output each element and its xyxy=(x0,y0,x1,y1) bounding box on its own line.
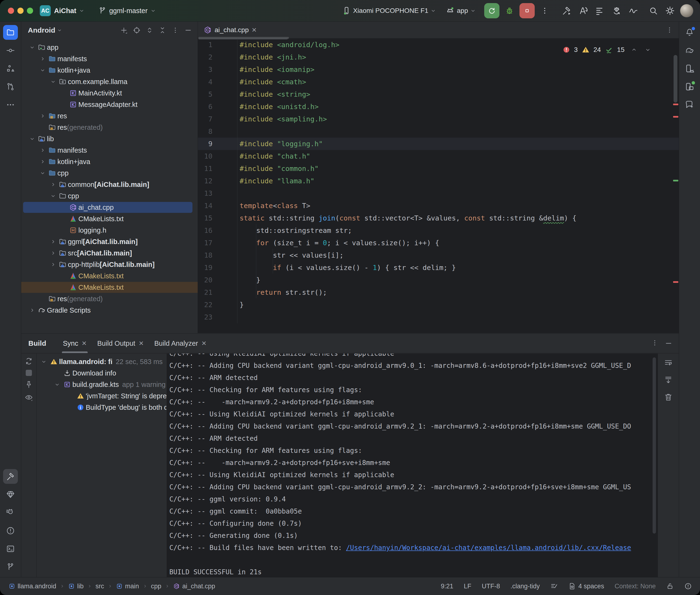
vertical-scrollbar[interactable] xyxy=(674,55,677,103)
code-line-16[interactable]: 16 std::ostringstream str; xyxy=(198,224,679,237)
status-lf[interactable]: LF xyxy=(464,583,471,590)
code-line-20[interactable]: 20 } xyxy=(198,274,679,286)
tree-row-kotlin-java[interactable]: kotlin+java xyxy=(21,156,198,167)
tree-row-gradle-scripts[interactable]: Gradle Scripts xyxy=(21,305,198,316)
code-line-4[interactable]: 4#include <cmath> xyxy=(198,76,679,88)
expander-expand-icon[interactable] xyxy=(38,113,47,119)
tool-notifications-button[interactable] xyxy=(682,25,697,40)
tree-row-logging-h[interactable]: logging.h xyxy=(21,225,198,236)
code-line-23[interactable]: 23 xyxy=(198,311,679,323)
tree-row-cpp-httplib[interactable]: cpp-httplib [AiChat.lib.main] xyxy=(21,259,198,270)
close-tab-icon[interactable]: ✕ xyxy=(201,340,206,347)
console-scrollbar[interactable] xyxy=(653,358,656,534)
sync-tree-row[interactable]: BuildType 'debug' is both de xyxy=(37,402,167,413)
tree-row-res[interactable]: res (generated) xyxy=(21,122,198,133)
editor-tab-ai-chat-cpp[interactable]: ai_chat.cpp ✕ xyxy=(198,22,261,38)
debug-button[interactable] xyxy=(503,4,516,18)
code-line-6[interactable]: 6#include <unistd.h> xyxy=(198,101,679,113)
tool-gemini-button[interactable] xyxy=(682,97,697,112)
expander-collapse-icon[interactable] xyxy=(28,136,36,142)
code-line-18[interactable]: 18 str << values[i]; xyxy=(198,249,679,261)
tree-row-manifests[interactable]: manifests xyxy=(21,144,198,156)
hide-panel-button[interactable] xyxy=(183,25,193,35)
expander-expand-icon[interactable] xyxy=(28,307,36,313)
tree-row-cmakelists-txt[interactable]: CMakeLists.txt xyxy=(21,213,198,225)
expander-collapse-icon[interactable] xyxy=(28,44,36,51)
tool-running-devices-button[interactable] xyxy=(682,79,697,94)
profiler-button[interactable] xyxy=(627,4,640,18)
attach-debugger-button[interactable] xyxy=(610,4,623,18)
tree-row-ai-chat-cpp[interactable]: ai_chat.cpp xyxy=(21,202,198,213)
code-line-5[interactable]: 5#include <string> xyxy=(198,88,679,101)
close-tab-icon[interactable]: ✕ xyxy=(81,340,87,347)
expander-collapse-icon[interactable] xyxy=(38,67,47,73)
project-widget[interactable]: AC AiChat xyxy=(40,5,85,16)
scroll-to-end-button[interactable] xyxy=(664,375,673,385)
resync-button[interactable] xyxy=(25,357,33,366)
code-line-9[interactable]: 9#include "logging.h" xyxy=(198,138,679,150)
ok-stripe-mark[interactable] xyxy=(673,180,678,181)
rerun-button[interactable] xyxy=(484,3,500,18)
tool-terminal-button[interactable] xyxy=(3,541,18,556)
code-line-13[interactable]: 13 xyxy=(198,187,679,200)
expander-expand-icon[interactable] xyxy=(49,250,57,256)
breadcrumb-cpp[interactable]: cpp xyxy=(151,583,162,590)
tool-device-manager-button[interactable] xyxy=(682,61,697,76)
code-line-8[interactable]: 8 xyxy=(198,125,679,138)
tree-row-res[interactable]: res xyxy=(21,110,198,122)
run-options-kebab[interactable] xyxy=(538,4,551,18)
sync-tree-row[interactable]: 'jvmTarget: String' is deprec xyxy=(37,390,167,402)
pin-button[interactable] xyxy=(25,380,33,389)
tool-logcat-button[interactable] xyxy=(3,505,18,520)
tool-version-control-button[interactable] xyxy=(3,560,18,574)
error-stripe-mark[interactable] xyxy=(673,116,678,118)
next-problem-button[interactable] xyxy=(644,47,651,53)
breadcrumb-lib[interactable]: lib xyxy=(68,583,84,590)
build-tab-build-analyzer[interactable]: Build Analyzer✕ xyxy=(149,334,212,353)
expander-collapse-icon[interactable] xyxy=(38,170,47,176)
error-stripe-mark[interactable] xyxy=(673,104,678,105)
tool-structure-button[interactable] xyxy=(3,61,18,76)
tree-row-cmakelists-txt[interactable]: CMakeLists.txt xyxy=(21,270,198,282)
build-button[interactable] xyxy=(560,4,573,18)
error-stripe-mark[interactable] xyxy=(673,281,678,283)
status-utf-8[interactable]: UTF-8 xyxy=(482,583,500,590)
apply-changes-button[interactable] xyxy=(577,4,590,18)
expander-collapse-icon[interactable] xyxy=(39,359,49,365)
close-tab-icon[interactable]: ✕ xyxy=(139,340,144,347)
close-tab-icon[interactable]: ✕ xyxy=(252,26,257,34)
status-alert[interactable] xyxy=(684,583,692,590)
tool-pull-requests-button[interactable] xyxy=(3,79,18,94)
status-context-none[interactable]: Context: None xyxy=(615,583,656,590)
tree-row-common[interactable]: common [AiChat.lib.main] xyxy=(21,179,198,190)
tree-row-lib[interactable]: lib xyxy=(21,133,198,144)
breadcrumb-src[interactable]: src xyxy=(95,583,104,590)
code-line-14[interactable]: 14template<class T> xyxy=(198,200,679,212)
previous-problem-button[interactable] xyxy=(631,47,637,53)
stop-button[interactable] xyxy=(520,3,535,18)
tree-row-cpp[interactable]: cpp xyxy=(21,167,198,179)
profiler-sessions-button[interactable] xyxy=(593,4,607,18)
tree-row-kotlin-java[interactable]: kotlin+java xyxy=(21,64,198,76)
maximize-window-button[interactable] xyxy=(27,8,33,14)
add-button[interactable] xyxy=(119,25,129,35)
tool-app-quality-insights-button[interactable] xyxy=(3,487,18,502)
code-line-7[interactable]: 7#include <sampling.h> xyxy=(198,113,679,125)
editor-tab-options-button[interactable] xyxy=(666,26,673,34)
status-unlock[interactable] xyxy=(666,583,674,590)
code-editor[interactable]: 1#include <android/log.h>2#include <jni.… xyxy=(198,38,679,333)
settings-button[interactable] xyxy=(663,4,677,18)
tree-row-manifests[interactable]: manifests xyxy=(21,53,198,64)
status-lines-slash[interactable] xyxy=(550,583,558,590)
minimize-window-button[interactable] xyxy=(18,8,24,14)
build-tab-sync[interactable]: Sync✕ xyxy=(58,334,92,353)
tree-row-app[interactable]: app xyxy=(21,42,198,53)
code-line-22[interactable]: 22} xyxy=(198,299,679,311)
code-line-19[interactable]: 19 if (i < values.size() - 1) { str << d… xyxy=(198,261,679,274)
code-line-17[interactable]: 17 for (size_t i = 0; i < values.size();… xyxy=(198,237,679,249)
code-line-15[interactable]: 15static std::string join(const std::vec… xyxy=(198,212,679,224)
expander-collapse-icon[interactable] xyxy=(52,381,62,388)
tree-row-ggml[interactable]: ggml [AiChat.lib.main] xyxy=(21,236,198,247)
build-options-button[interactable] xyxy=(651,339,658,347)
user-avatar[interactable] xyxy=(680,4,693,18)
